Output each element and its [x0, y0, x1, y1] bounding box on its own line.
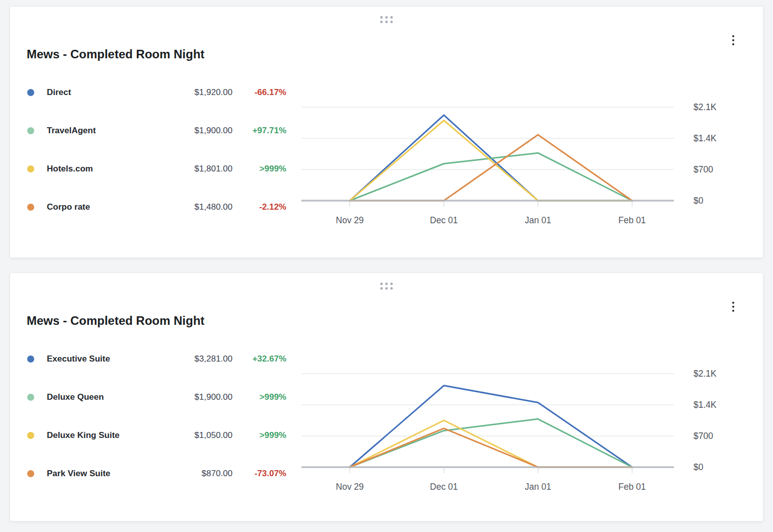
legend-dot-icon [27, 356, 34, 363]
x-axis-label: Feb 01 [619, 482, 646, 492]
y-axis-label: $700 [693, 430, 713, 441]
y-axis-labels: $2.1K$1.4K$700$0 [693, 81, 759, 227]
legend-dot-icon [27, 470, 34, 477]
drag-handle-icon[interactable] [379, 282, 394, 291]
legend-dot-icon [27, 432, 34, 439]
legend-label: Deluxe Queen [47, 392, 104, 402]
y-axis-label: $1.4K [693, 399, 717, 410]
legend-change: >999% [233, 430, 286, 440]
series-line-deluxe-king-suite [350, 420, 632, 467]
x-axis-label: Dec 01 [430, 215, 457, 225]
x-axis-label: Dec 01 [430, 482, 457, 492]
legend-label: Corpo rate [47, 202, 90, 212]
x-axis-label: Nov 29 [336, 482, 363, 492]
legend-change: -2.12% [233, 202, 286, 212]
widget-card: Mews - Completed Room Night Executive Su… [10, 273, 763, 521]
legend-change: +97.71% [233, 126, 286, 136]
legend-row: Hotels.com$1,801.00>999% [27, 163, 286, 175]
line-chart: Nov 29Dec 01Jan 01Feb 01 [301, 347, 674, 493]
legend-dot-icon [27, 394, 34, 401]
legend-label: Deluxe King Suite [47, 430, 120, 440]
series-line-executive-suite [350, 386, 632, 467]
y-axis-label: $0 [693, 462, 703, 473]
dashboard: Mews - Completed Room Night Direct$1,920… [0, 0, 773, 532]
legend-row: Deluxe King Suite$1,050.00>999% [27, 429, 286, 441]
legend-change: -73.07% [233, 469, 286, 479]
widget-card: Mews - Completed Room Night Direct$1,920… [10, 6, 763, 258]
legend-row: Deluxe Queen$1,900.00>999% [27, 391, 286, 403]
legend-label: TravelAgent [47, 126, 96, 136]
kebab-menu-icon [732, 35, 734, 37]
card-title: Mews - Completed Room Night [27, 47, 204, 61]
x-axis-label: Jan 01 [525, 215, 552, 225]
series-line-hotels-com [350, 121, 632, 201]
legend-row: Park View Suite$870.00-73.07% [27, 468, 286, 480]
legend-row: TravelAgent$1,900.00+97.71% [27, 125, 286, 137]
y-axis-label: $2.1K [693, 368, 717, 379]
kebab-menu-button[interactable] [726, 32, 740, 49]
legend-label: Direct [47, 87, 71, 98]
drag-handle-icon[interactable] [379, 15, 394, 24]
legend-row: Corpo rate$1,480.00-2.12% [27, 201, 286, 213]
legend-value: $1,920.00 [194, 87, 233, 98]
legend-dot-icon [27, 127, 34, 134]
legend-change: -66.17% [233, 87, 286, 98]
legend: Executive Suite$3,281.00+32.67%Deluxe Qu… [27, 353, 286, 506]
y-axis-labels: $2.1K$1.4K$700$0 [693, 347, 759, 493]
legend-value: $1,480.00 [194, 202, 233, 212]
legend-row: Direct$1,920.00-66.17% [27, 86, 286, 99]
series-line-corpo-rate [350, 135, 632, 201]
x-axis-label: Nov 29 [336, 215, 363, 225]
y-axis-label: $700 [693, 164, 713, 175]
x-axis-label: Jan 01 [525, 482, 552, 492]
line-chart: Nov 29Dec 01Jan 01Feb 01 [301, 81, 674, 227]
series-line-park-view-suite [350, 428, 632, 467]
legend-value: $1,900.00 [194, 126, 233, 136]
legend: Direct$1,920.00-66.17%TravelAgent$1,900.… [27, 86, 286, 239]
legend-change: >999% [233, 164, 286, 174]
legend-label: Executive Suite [47, 354, 110, 364]
y-axis-label: $1.4K [693, 133, 717, 144]
legend-dot-icon [27, 89, 34, 96]
y-axis-label: $0 [693, 195, 703, 206]
x-axis-label: Feb 01 [619, 215, 646, 225]
legend-dot-icon [27, 165, 34, 172]
legend-value: $3,281.00 [194, 354, 233, 364]
kebab-menu-icon [732, 302, 734, 304]
legend-label: Hotels.com [47, 164, 93, 174]
legend-value: $1,900.00 [194, 392, 233, 402]
y-axis-label: $2.1K [693, 102, 717, 113]
legend-label: Park View Suite [47, 469, 110, 479]
card-title: Mews - Completed Room Night [27, 314, 204, 328]
legend-value: $1,801.00 [194, 164, 233, 174]
legend-dot-icon [27, 204, 34, 211]
legend-value: $870.00 [202, 469, 233, 479]
kebab-menu-button[interactable] [726, 298, 740, 315]
legend-change: >999% [233, 392, 286, 402]
legend-row: Executive Suite$3,281.00+32.67% [27, 353, 286, 365]
legend-change: +32.67% [233, 354, 286, 364]
legend-value: $1,050.00 [194, 430, 233, 440]
